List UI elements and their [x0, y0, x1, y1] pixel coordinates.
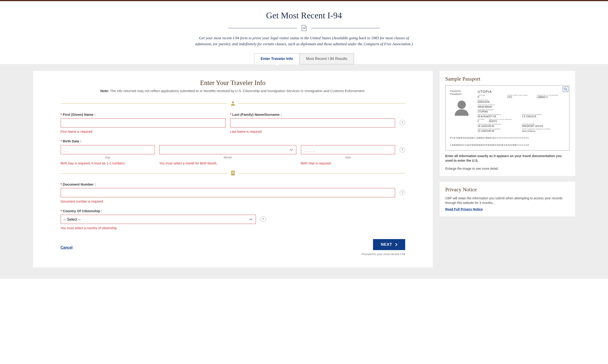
birth-day-input[interactable] [61, 145, 155, 154]
passport-instruction: Enlarge the image to see more detail. [445, 166, 569, 171]
cancel-link[interactable]: Cancel [61, 246, 73, 250]
birth-year-error: Birth Year is required. [301, 161, 395, 165]
document-section-divider [61, 171, 405, 175]
privacy-text: CBP will retain the information you subm… [445, 196, 569, 205]
i94-document-icon: I-94 [302, 25, 307, 31]
page-title: Get Most Recent I-94 [5, 10, 603, 20]
form-actions: Cancel NEXT Proceed to your most recent … [61, 239, 405, 256]
document-number-group: *Document Number : Document number is re… [61, 182, 395, 203]
birth-month-sublabel: Month [159, 156, 296, 159]
first-name-error: First Name is required. [61, 130, 226, 133]
first-name-group: *First (Given) Name : First Name is requ… [61, 113, 226, 133]
mrz-line-1: P<UTOERIKSSON<<ANNA<MARIA<<<<<<<<<<<<<<<… [450, 136, 565, 140]
document-number-error: Document number is required. [61, 200, 395, 203]
birth-year-input[interactable] [301, 145, 395, 154]
birth-year-sublabel: Year [301, 156, 395, 159]
country-label: *Country Of Citizenship : [61, 209, 256, 213]
content-background: Enter Your Traveler Info Note: The info … [0, 64, 608, 279]
privacy-title: Privacy Notice [445, 187, 569, 193]
birth-month-group: Month You must select a month for Birth … [159, 145, 296, 165]
passport-card-label: Passport/ Passeport [450, 90, 473, 95]
tabs: Enter Traveler Info Most Recent I-94 Res… [5, 53, 603, 64]
privacy-link[interactable]: Read Full Privacy Notice [445, 207, 483, 211]
last-name-group: *Last (Family) Name/Surname : Last Name … [230, 113, 395, 133]
sample-passport-panel: Sample Passport Passport/ Passeport [440, 71, 575, 176]
svg-point-3 [564, 88, 566, 90]
birth-month-error: You must select a month for Birth Month. [159, 161, 296, 165]
birth-day-error: Birth Day is required. It must be 1-2 nu… [61, 161, 155, 165]
birth-year-group: Year Birth Year is required. [301, 145, 395, 165]
note-text: The info returned may not reflect applic… [109, 89, 365, 93]
country-group: *Country Of Citizenship : -- Select -- Y… [61, 209, 256, 230]
birth-date-help-icon[interactable]: ? [400, 147, 405, 153]
note-label: Note: [100, 89, 109, 93]
name-help-icon[interactable]: ? [400, 120, 405, 125]
svg-point-5 [458, 101, 466, 109]
header-section: Get Most Recent I-94 I-94 Get your most … [0, 1, 608, 64]
main-form-panel: Enter Your Traveler Info Note: The info … [33, 71, 433, 267]
title-divider: I-94 [5, 25, 603, 31]
last-name-label: *Last (Family) Name/Surname : [230, 113, 395, 117]
country-select[interactable]: -- Select -- [61, 215, 256, 224]
privacy-notice-panel: Privacy Notice CBP will retain the infor… [440, 182, 575, 217]
avatar-icon [453, 98, 470, 116]
document-number-help-icon[interactable]: ? [400, 190, 405, 195]
last-name-input[interactable] [230, 118, 395, 128]
document-number-label: *Document Number : [61, 182, 395, 186]
country-help-icon[interactable]: ? [260, 216, 266, 222]
passport-card: Passport/ Passeport UTOPIA Type/TypeP Co… [445, 85, 569, 150]
divider-line-right [311, 28, 380, 28]
birth-month-select[interactable] [159, 145, 296, 154]
country-error: You must select a country of citizenship… [61, 226, 256, 230]
zoom-icon[interactable] [563, 86, 568, 92]
page-subtitle: Get your most recent I-94 form to prove … [192, 35, 417, 47]
passport-icon [231, 171, 235, 175]
chevron-right-icon [395, 243, 397, 247]
last-name-error: Last Name is required. [230, 130, 395, 133]
passport-country: UTOPIA [478, 90, 565, 93]
first-name-input[interactable] [61, 118, 226, 128]
tab-most-recent-results[interactable]: Most Recent I-94 Results [299, 53, 354, 64]
tab-enter-traveler-info[interactable]: Enter Traveler Info [254, 53, 300, 64]
divider-line-left [228, 28, 297, 28]
person-section-divider [61, 101, 405, 106]
form-title: Enter Your Traveler Info [61, 79, 405, 87]
mrz-line-2: L898902C<3UT06908061F9406236ZE184226B<<<… [450, 143, 565, 147]
form-note: Note: The info returned may not reflect … [61, 89, 405, 93]
birth-day-group: Day Birth Day is required. It must be 1-… [61, 145, 155, 165]
proceed-hint: Proceed to your most recent I-94 [362, 252, 405, 256]
next-button[interactable]: NEXT [373, 239, 405, 250]
svg-line-4 [566, 90, 567, 91]
person-icon [231, 101, 235, 106]
birth-date-label: *Birth Date : [61, 139, 81, 143]
passport-instruction-bold: Enter all information exactly as it appe… [445, 154, 569, 163]
first-name-label: *First (Given) Name : [61, 113, 226, 117]
birth-day-sublabel: Day [61, 156, 155, 159]
svg-point-0 [232, 101, 234, 103]
sample-passport-title: Sample Passport [445, 76, 569, 82]
document-number-input[interactable] [61, 188, 395, 197]
